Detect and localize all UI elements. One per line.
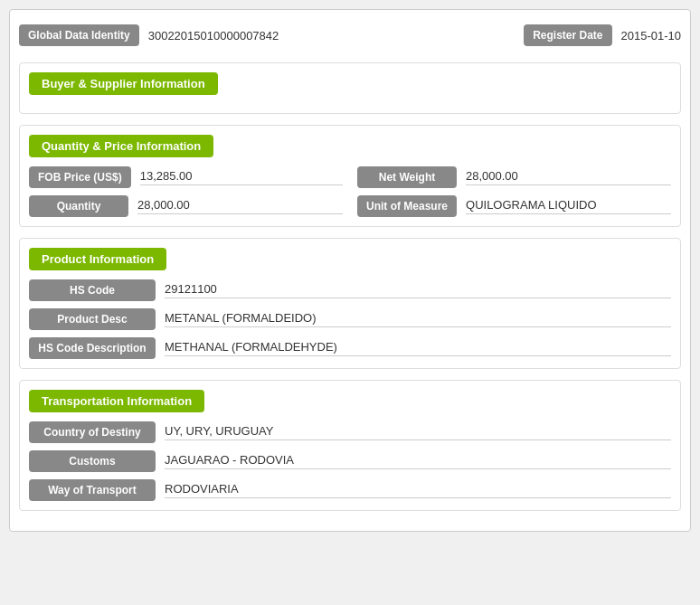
fob-price-col: FOB Price (US$) 13,285.00 [29,166,343,188]
product-desc-row: Product Desc METANAL (FORMALDEIDO) [29,308,671,330]
country-of-destiny-row: Country of Destiny UY, URY, URUGUAY [29,421,671,443]
quantity-value: 28,000.00 [137,198,343,214]
country-of-destiny-value: UY, URY, URUGUAY [165,424,671,440]
quantity-price-header: Quantity & Price Information [29,135,213,157]
product-desc-label: Product Desc [29,308,156,330]
unit-of-measure-value: QUILOGRAMA LIQUIDO [466,198,671,214]
customs-label: Customs [29,450,156,472]
way-of-transport-row: Way of Transport RODOVIARIA [29,479,671,501]
way-of-transport-value: RODOVIARIA [165,482,671,498]
unit-of-measure-label: Unit of Measure [357,195,457,217]
register-date-label: Register Date [524,24,611,46]
net-weight-label: Net Weight [357,166,457,188]
way-of-transport-label: Way of Transport [29,479,156,501]
customs-value: JAGUARAO - RODOVIA [165,453,671,469]
register-date-value: 2015-01-10 [621,29,682,43]
fob-price-label: FOB Price (US$) [29,166,131,188]
hs-code-label: HS Code [29,279,156,301]
global-data-identity-label: Global Data Identity [19,24,139,46]
quantity-price-section: Quantity & Price Information FOB Price (… [19,125,681,227]
page-container: Global Data Identity 3002201501000000784… [9,9,691,532]
fob-price-value: 13,285.00 [140,169,343,185]
country-of-destiny-label: Country of Destiny [29,421,156,443]
unit-of-measure-col: Unit of Measure QUILOGRAMA LIQUIDO [357,195,671,217]
top-row: Global Data Identity 3002201501000000784… [19,19,681,52]
global-data-identity-value: 30022015010000007842 [148,29,279,43]
hs-code-desc-value: METHANAL (FORMALDEHYDE) [165,340,671,356]
buyer-supplier-section: Buyer & Supplier Information [19,62,681,114]
hs-code-desc-row: HS Code Description METHANAL (FORMALDEHY… [29,337,671,359]
buyer-supplier-header: Buyer & Supplier Information [29,72,218,95]
hs-code-value: 29121100 [165,282,671,298]
product-desc-value: METANAL (FORMALDEIDO) [165,311,671,327]
product-section: Product Information HS Code 29121100 Pro… [19,238,681,369]
transportation-header: Transportation Information [29,390,204,412]
quantity-uom-row: Quantity 28,000.00 Unit of Measure QUILO… [29,195,671,217]
transportation-section: Transportation Information Country of De… [19,380,681,511]
hs-code-desc-label: HS Code Description [29,337,156,359]
quantity-col: Quantity 28,000.00 [29,195,343,217]
fob-net-row: FOB Price (US$) 13,285.00 Net Weight 28,… [29,166,671,188]
product-header: Product Information [29,248,166,270]
customs-row: Customs JAGUARAO - RODOVIA [29,450,671,472]
net-weight-col: Net Weight 28,000.00 [357,166,671,188]
net-weight-value: 28,000.00 [466,169,671,185]
hs-code-row: HS Code 29121100 [29,279,671,301]
quantity-label: Quantity [29,195,128,217]
